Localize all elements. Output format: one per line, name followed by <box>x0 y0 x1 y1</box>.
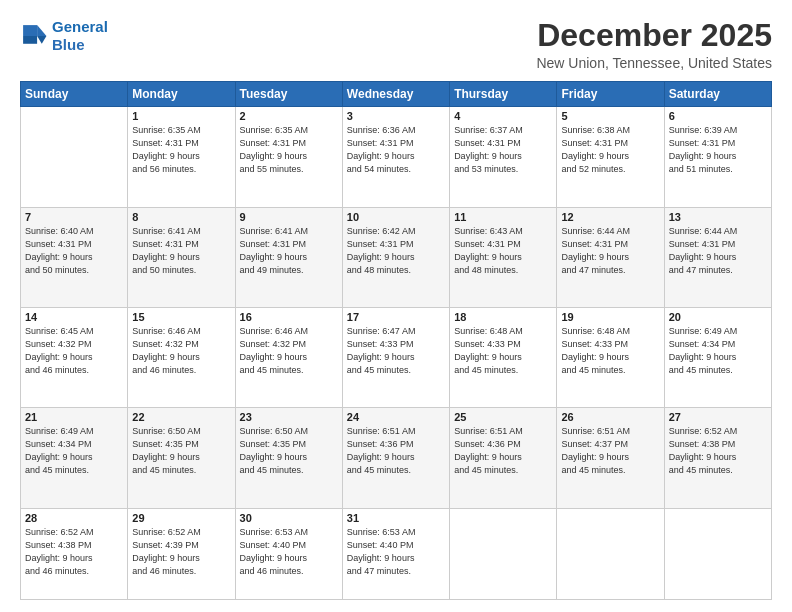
day-number: 3 <box>347 110 445 122</box>
calendar-cell <box>21 107 128 207</box>
day-info: Sunrise: 6:41 AMSunset: 4:31 PMDaylight:… <box>240 225 338 277</box>
day-info: Sunrise: 6:44 AMSunset: 4:31 PMDaylight:… <box>561 225 659 277</box>
day-number: 6 <box>669 110 767 122</box>
header: General Blue December 2025 New Union, Te… <box>20 18 772 71</box>
calendar-cell: 3Sunrise: 6:36 AMSunset: 4:31 PMDaylight… <box>342 107 449 207</box>
day-number: 1 <box>132 110 230 122</box>
calendar-cell: 25Sunrise: 6:51 AMSunset: 4:36 PMDayligh… <box>450 408 557 508</box>
calendar-cell: 27Sunrise: 6:52 AMSunset: 4:38 PMDayligh… <box>664 408 771 508</box>
day-info: Sunrise: 6:48 AMSunset: 4:33 PMDaylight:… <box>561 325 659 377</box>
calendar-cell: 16Sunrise: 6:46 AMSunset: 4:32 PMDayligh… <box>235 307 342 407</box>
calendar-cell: 5Sunrise: 6:38 AMSunset: 4:31 PMDaylight… <box>557 107 664 207</box>
weekday-header: Friday <box>557 82 664 107</box>
calendar-week-row: 14Sunrise: 6:45 AMSunset: 4:32 PMDayligh… <box>21 307 772 407</box>
day-number: 13 <box>669 211 767 223</box>
day-number: 14 <box>25 311 123 323</box>
day-number: 29 <box>132 512 230 524</box>
day-number: 7 <box>25 211 123 223</box>
day-info: Sunrise: 6:51 AMSunset: 4:36 PMDaylight:… <box>347 425 445 477</box>
day-info: Sunrise: 6:52 AMSunset: 4:38 PMDaylight:… <box>25 526 123 578</box>
day-number: 30 <box>240 512 338 524</box>
calendar-cell: 6Sunrise: 6:39 AMSunset: 4:31 PMDaylight… <box>664 107 771 207</box>
day-info: Sunrise: 6:42 AMSunset: 4:31 PMDaylight:… <box>347 225 445 277</box>
calendar-cell: 13Sunrise: 6:44 AMSunset: 4:31 PMDayligh… <box>664 207 771 307</box>
day-info: Sunrise: 6:50 AMSunset: 4:35 PMDaylight:… <box>240 425 338 477</box>
day-number: 24 <box>347 411 445 423</box>
day-number: 4 <box>454 110 552 122</box>
day-info: Sunrise: 6:51 AMSunset: 4:37 PMDaylight:… <box>561 425 659 477</box>
month-title: December 2025 <box>536 18 772 53</box>
weekday-header: Thursday <box>450 82 557 107</box>
day-info: Sunrise: 6:38 AMSunset: 4:31 PMDaylight:… <box>561 124 659 176</box>
day-info: Sunrise: 6:47 AMSunset: 4:33 PMDaylight:… <box>347 325 445 377</box>
day-info: Sunrise: 6:36 AMSunset: 4:31 PMDaylight:… <box>347 124 445 176</box>
calendar-cell: 23Sunrise: 6:50 AMSunset: 4:35 PMDayligh… <box>235 408 342 508</box>
day-info: Sunrise: 6:39 AMSunset: 4:31 PMDaylight:… <box>669 124 767 176</box>
logo-icon <box>20 22 48 50</box>
weekday-header: Monday <box>128 82 235 107</box>
logo-line1: General <box>52 18 108 35</box>
calendar-cell: 10Sunrise: 6:42 AMSunset: 4:31 PMDayligh… <box>342 207 449 307</box>
day-info: Sunrise: 6:53 AMSunset: 4:40 PMDaylight:… <box>240 526 338 578</box>
calendar-cell: 12Sunrise: 6:44 AMSunset: 4:31 PMDayligh… <box>557 207 664 307</box>
day-number: 2 <box>240 110 338 122</box>
day-info: Sunrise: 6:35 AMSunset: 4:31 PMDaylight:… <box>240 124 338 176</box>
svg-marker-0 <box>37 25 46 36</box>
page: General Blue December 2025 New Union, Te… <box>0 0 792 612</box>
weekday-header: Sunday <box>21 82 128 107</box>
day-number: 19 <box>561 311 659 323</box>
calendar-cell: 21Sunrise: 6:49 AMSunset: 4:34 PMDayligh… <box>21 408 128 508</box>
day-info: Sunrise: 6:51 AMSunset: 4:36 PMDaylight:… <box>454 425 552 477</box>
calendar-week-row: 7Sunrise: 6:40 AMSunset: 4:31 PMDaylight… <box>21 207 772 307</box>
day-number: 5 <box>561 110 659 122</box>
day-number: 22 <box>132 411 230 423</box>
day-number: 27 <box>669 411 767 423</box>
day-number: 15 <box>132 311 230 323</box>
calendar-cell: 18Sunrise: 6:48 AMSunset: 4:33 PMDayligh… <box>450 307 557 407</box>
day-number: 18 <box>454 311 552 323</box>
day-info: Sunrise: 6:37 AMSunset: 4:31 PMDaylight:… <box>454 124 552 176</box>
calendar-table: SundayMondayTuesdayWednesdayThursdayFrid… <box>20 81 772 600</box>
svg-rect-2 <box>23 25 37 36</box>
day-number: 9 <box>240 211 338 223</box>
calendar-cell: 22Sunrise: 6:50 AMSunset: 4:35 PMDayligh… <box>128 408 235 508</box>
day-number: 31 <box>347 512 445 524</box>
calendar-cell: 19Sunrise: 6:48 AMSunset: 4:33 PMDayligh… <box>557 307 664 407</box>
day-info: Sunrise: 6:45 AMSunset: 4:32 PMDaylight:… <box>25 325 123 377</box>
day-info: Sunrise: 6:48 AMSunset: 4:33 PMDaylight:… <box>454 325 552 377</box>
calendar-cell: 28Sunrise: 6:52 AMSunset: 4:38 PMDayligh… <box>21 508 128 599</box>
calendar-cell <box>664 508 771 599</box>
calendar-week-row: 28Sunrise: 6:52 AMSunset: 4:38 PMDayligh… <box>21 508 772 599</box>
day-info: Sunrise: 6:52 AMSunset: 4:39 PMDaylight:… <box>132 526 230 578</box>
day-number: 12 <box>561 211 659 223</box>
calendar-cell: 1Sunrise: 6:35 AMSunset: 4:31 PMDaylight… <box>128 107 235 207</box>
calendar-cell: 7Sunrise: 6:40 AMSunset: 4:31 PMDaylight… <box>21 207 128 307</box>
day-info: Sunrise: 6:35 AMSunset: 4:31 PMDaylight:… <box>132 124 230 176</box>
logo: General Blue <box>20 18 108 54</box>
calendar-cell: 2Sunrise: 6:35 AMSunset: 4:31 PMDaylight… <box>235 107 342 207</box>
title-block: December 2025 New Union, Tennessee, Unit… <box>536 18 772 71</box>
calendar-cell <box>557 508 664 599</box>
day-number: 17 <box>347 311 445 323</box>
day-info: Sunrise: 6:52 AMSunset: 4:38 PMDaylight:… <box>669 425 767 477</box>
weekday-header: Wednesday <box>342 82 449 107</box>
calendar-cell: 9Sunrise: 6:41 AMSunset: 4:31 PMDaylight… <box>235 207 342 307</box>
day-number: 28 <box>25 512 123 524</box>
location: New Union, Tennessee, United States <box>536 55 772 71</box>
calendar-cell: 17Sunrise: 6:47 AMSunset: 4:33 PMDayligh… <box>342 307 449 407</box>
calendar-week-row: 21Sunrise: 6:49 AMSunset: 4:34 PMDayligh… <box>21 408 772 508</box>
calendar-cell: 4Sunrise: 6:37 AMSunset: 4:31 PMDaylight… <box>450 107 557 207</box>
calendar-cell: 14Sunrise: 6:45 AMSunset: 4:32 PMDayligh… <box>21 307 128 407</box>
calendar-cell: 26Sunrise: 6:51 AMSunset: 4:37 PMDayligh… <box>557 408 664 508</box>
day-info: Sunrise: 6:40 AMSunset: 4:31 PMDaylight:… <box>25 225 123 277</box>
calendar-cell <box>450 508 557 599</box>
logo-line2: Blue <box>52 36 85 53</box>
calendar-header-row: SundayMondayTuesdayWednesdayThursdayFrid… <box>21 82 772 107</box>
day-number: 26 <box>561 411 659 423</box>
day-number: 23 <box>240 411 338 423</box>
day-info: Sunrise: 6:44 AMSunset: 4:31 PMDaylight:… <box>669 225 767 277</box>
day-info: Sunrise: 6:46 AMSunset: 4:32 PMDaylight:… <box>132 325 230 377</box>
calendar-cell: 20Sunrise: 6:49 AMSunset: 4:34 PMDayligh… <box>664 307 771 407</box>
day-info: Sunrise: 6:49 AMSunset: 4:34 PMDaylight:… <box>25 425 123 477</box>
day-info: Sunrise: 6:49 AMSunset: 4:34 PMDaylight:… <box>669 325 767 377</box>
